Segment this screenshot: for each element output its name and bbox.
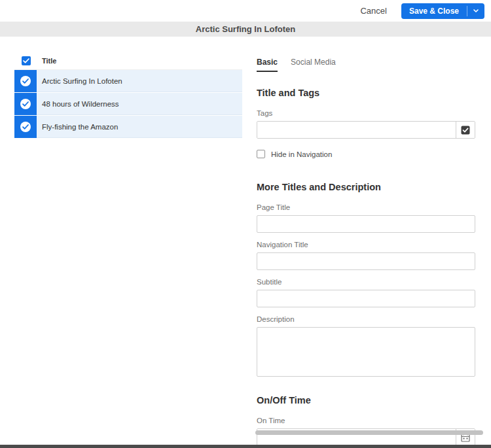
tags-label: Tags xyxy=(257,109,475,117)
navigation-title-input[interactable] xyxy=(257,252,475,270)
form-tabs: Basic Social Media xyxy=(257,58,475,72)
selected-pages-list: Title Arctic Surfing In Lofoten 48 hours… xyxy=(14,52,242,139)
list-item[interactable]: Fly-fishing the Amazon xyxy=(14,116,242,138)
list-item-label: 48 hours of Wilderness xyxy=(42,100,119,108)
list-item-label: Fly-fishing the Amazon xyxy=(42,123,118,131)
title-column-header: Title xyxy=(42,57,56,65)
horizontal-scrollbar-thumb[interactable] xyxy=(255,430,483,435)
bulk-edit-properties-page: Cancel Save & Close Arctic Surfing In Lo… xyxy=(0,0,491,448)
checkbox-picker-icon xyxy=(461,126,470,135)
cancel-button[interactable]: Cancel xyxy=(356,3,390,18)
list-header-row: Title xyxy=(14,52,242,70)
subtitle-label: Subtitle xyxy=(257,278,475,286)
list-item-body: Fly-fishing the Amazon xyxy=(37,116,242,138)
tags-input[interactable] xyxy=(257,122,456,138)
properties-form-panel: Basic Social Media Title and Tags Tags H… xyxy=(257,58,475,448)
list-item[interactable]: Arctic Surfing In Lofoten xyxy=(14,70,242,92)
tab-social-media[interactable]: Social Media xyxy=(291,58,336,72)
on-time-label: On Time xyxy=(257,417,475,424)
page-title-input[interactable] xyxy=(257,215,475,233)
tags-picker-button[interactable] xyxy=(456,122,475,138)
description-label: Description xyxy=(257,315,475,323)
list-item-body: 48 hours of Wilderness xyxy=(37,93,242,115)
checkmark-circle-icon xyxy=(14,116,37,138)
subtitle-input[interactable] xyxy=(257,290,475,307)
section-heading-more-titles: More Titles and Description xyxy=(257,182,475,192)
page-title-label: Page Title xyxy=(257,203,475,211)
page-title: Arctic Surfing In Lofoten xyxy=(196,24,295,34)
checkmark-circle-icon xyxy=(14,93,37,115)
chevron-down-icon[interactable] xyxy=(467,3,484,19)
section-heading-title-and-tags: Title and Tags xyxy=(257,88,475,98)
tags-input-group xyxy=(257,121,475,139)
navigation-title-label: Navigation Title xyxy=(257,241,475,249)
top-action-bar: Cancel Save & Close xyxy=(0,0,491,22)
description-textarea[interactable] xyxy=(257,327,475,377)
hide-in-navigation-checkbox-row[interactable]: Hide in Navigation xyxy=(257,150,475,158)
select-all-checkbox[interactable] xyxy=(22,56,31,65)
list-item-body: Arctic Surfing In Lofoten xyxy=(37,70,242,92)
save-and-close-label: Save & Close xyxy=(401,3,467,19)
section-heading-on-off-time: On/Off Time xyxy=(257,395,475,405)
hide-in-navigation-checkbox[interactable] xyxy=(257,150,265,158)
bottom-edge-bar xyxy=(0,445,491,448)
save-and-close-button[interactable]: Save & Close xyxy=(401,3,484,19)
hide-in-navigation-label: Hide in Navigation xyxy=(271,150,332,158)
list-item-label: Arctic Surfing In Lofoten xyxy=(42,77,122,85)
page-title-bar: Arctic Surfing In Lofoten xyxy=(0,22,491,37)
checkmark-circle-icon xyxy=(14,70,37,92)
tab-basic[interactable]: Basic xyxy=(257,58,278,72)
list-item[interactable]: 48 hours of Wilderness xyxy=(14,93,242,115)
